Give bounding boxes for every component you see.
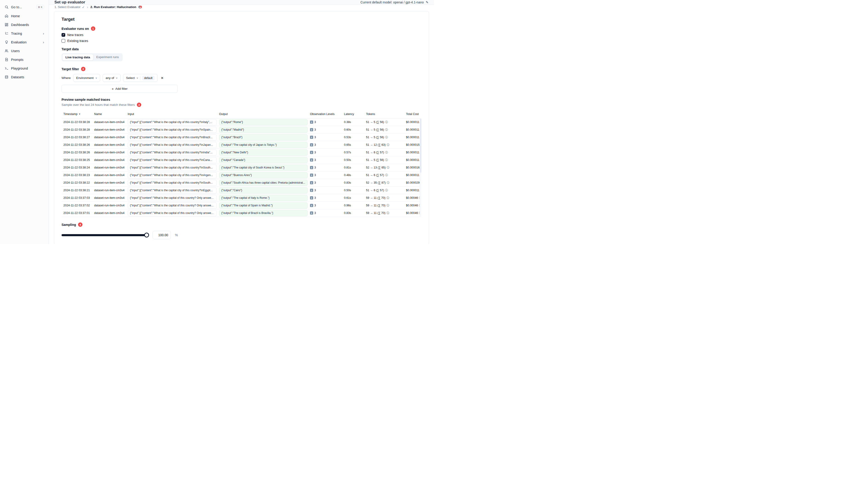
cell-observation-levels: 3 xyxy=(310,166,344,169)
cell-timestamp: 2024-11-22 03:37:03 xyxy=(62,196,94,199)
filter-field-select[interactable]: Environment ∨ xyxy=(73,74,100,82)
info-level-icon xyxy=(310,121,313,124)
target-heading: Target xyxy=(62,17,422,22)
sampling-slider[interactable] xyxy=(62,234,148,236)
filter-row: Where Environment ∨ any of ∨ Select ∨ de… xyxy=(62,74,422,82)
add-filter-button[interactable]: + Add filter xyxy=(62,85,178,93)
preview-table: Timestamp ▼ Name Input Output Observatio… xyxy=(62,110,422,217)
edit-icon[interactable]: ✎ xyxy=(426,0,429,4)
cell-observation-levels: 3 xyxy=(310,143,344,147)
cell-observation-levels: 3 xyxy=(310,151,344,154)
filter-value-chip: default xyxy=(142,76,155,80)
checkbox-checked-icon[interactable] xyxy=(62,33,65,37)
cell-latency: 0.81s xyxy=(344,166,366,169)
cell-output: {"output":"The capital of Italy is Rome.… xyxy=(219,195,308,201)
chevron-down-icon: ∨ xyxy=(136,77,138,79)
table-row[interactable]: 2024-11-22 03:38:27 dataset-run-item-cm3… xyxy=(62,134,422,141)
column-header-total-cost[interactable]: Total Cost xyxy=(406,112,422,116)
cell-tokens: 59 → 11 (∑ 70) ⓘ xyxy=(366,204,406,207)
breadcrumb-step-select-evaluator[interactable]: 1. Select Evaluator ✓ xyxy=(55,5,85,9)
goto-shortcut: ⌘ K xyxy=(36,5,44,9)
playground-icon xyxy=(5,66,8,70)
filter-operator-select[interactable]: any of ∨ xyxy=(103,74,121,82)
table-row[interactable]: 2024-11-22 03:38:24 dataset-run-item-cm3… xyxy=(62,164,422,171)
cell-output: {"output":"The capital of Spain is Madri… xyxy=(219,202,308,209)
cell-latency: 0.57s xyxy=(344,151,366,154)
cell-tokens: 51 → 5 (∑ 56) ⓘ xyxy=(366,135,406,139)
cell-name: dataset-run-item-cm3s4 xyxy=(94,189,128,192)
cell-latency: 0.48s xyxy=(344,173,366,177)
cell-input: {"input":[{"content":"What is the capita… xyxy=(128,195,217,201)
cell-latency: 0.50s xyxy=(344,158,366,162)
slider-thumb[interactable] xyxy=(144,233,149,237)
sidebar-item-dashboards[interactable]: Dashboards xyxy=(2,21,46,28)
tab-live-tracing-data[interactable]: Live tracing data xyxy=(62,54,93,61)
cell-tokens: 59 → 11 (∑ 70) ⓘ xyxy=(366,211,406,215)
sampling-value-input[interactable] xyxy=(153,231,171,239)
table-scrollbar[interactable] xyxy=(420,119,422,217)
checkbox-existing-traces[interactable]: Existing traces xyxy=(62,39,422,43)
tab-experiment-runs[interactable]: Experiment runs xyxy=(93,54,122,61)
sidebar-item-datasets[interactable]: Datasets xyxy=(2,73,46,80)
table-row[interactable]: 2024-11-22 03:38:23 dataset-run-item-cm3… xyxy=(62,171,422,179)
goto-search[interactable]: Go to... ⌘ K xyxy=(2,3,46,11)
cell-total-cost: $0.000011 ⓘ xyxy=(406,173,422,177)
info-icon: ⓘ xyxy=(385,120,388,124)
users-icon xyxy=(5,49,8,53)
info-icon: ⓘ xyxy=(385,135,388,139)
column-header-tokens[interactable]: Tokens xyxy=(366,112,406,116)
filter-value-select[interactable]: Select ∨ default xyxy=(123,74,157,82)
cell-name: dataset-run-item-cm3s4 xyxy=(94,158,128,162)
table-header-row: Timestamp ▼ Name Input Output Observatio… xyxy=(62,110,422,119)
column-header-latency[interactable]: Latency xyxy=(344,112,366,116)
default-model-label: Current default model: openai / gpt-4.1-… xyxy=(361,0,424,4)
column-header-observation-levels[interactable]: Observation Levels xyxy=(310,112,344,116)
info-level-icon xyxy=(310,189,313,192)
ragas-logo-icon xyxy=(138,5,143,9)
cell-input: {"input":[{"content":"What is the capita… xyxy=(128,142,217,148)
cell-name: dataset-run-item-cm3s4 xyxy=(94,151,128,154)
info-icon: ⓘ xyxy=(385,128,388,132)
dashboards-icon xyxy=(5,23,8,27)
sidebar-item-users[interactable]: Users xyxy=(2,47,46,55)
preview-title: Preview sample matched traces xyxy=(62,98,422,101)
sidebar-item-prompts[interactable]: Prompts xyxy=(2,56,46,63)
cell-timestamp: 2024-11-22 03:38:24 xyxy=(62,166,94,169)
info-icon: ⓘ xyxy=(387,166,390,170)
column-header-input[interactable]: Input xyxy=(128,112,219,116)
cell-name: dataset-run-item-cm3s4 xyxy=(94,136,128,139)
table-row[interactable]: 2024-11-22 03:37:01 dataset-run-item-cm3… xyxy=(62,209,422,217)
cell-input: {"input":[{"content":"What is the capita… xyxy=(128,134,217,140)
scrollbar-thumb[interactable] xyxy=(420,119,422,173)
breadcrumb-step-run-evaluator: 2. Run Evaluator: Hallucination xyxy=(91,5,143,9)
chevron-right-icon: › xyxy=(87,5,88,9)
info-icon: ⓘ xyxy=(386,211,389,215)
column-header-timestamp[interactable]: Timestamp ▼ xyxy=(62,112,94,116)
checkbox-new-traces[interactable]: New traces xyxy=(62,33,422,37)
info-level-icon xyxy=(310,128,313,131)
cell-tokens: 51 → 6 (∑ 57) ⓘ xyxy=(366,173,406,177)
cell-observation-levels: 3 xyxy=(310,196,344,199)
checkbox-unchecked-icon[interactable] xyxy=(62,39,65,43)
sidebar-item-evaluation[interactable]: Evaluation › xyxy=(2,39,46,46)
cell-tokens: 51 → 12 (∑ 63) ⓘ xyxy=(366,143,406,147)
table-row[interactable]: 2024-11-22 03:38:28 dataset-run-item-cm3… xyxy=(62,119,422,126)
table-row[interactable]: 2024-11-22 03:38:26 dataset-run-item-cm3… xyxy=(62,149,422,156)
sidebar-item-tracing[interactable]: Tracing › xyxy=(2,30,46,37)
column-header-output[interactable]: Output xyxy=(219,112,310,116)
table-row[interactable]: 2024-11-22 03:37:03 dataset-run-item-cm3… xyxy=(62,194,422,202)
table-row[interactable]: 2024-11-22 03:38:22 dataset-run-item-cm3… xyxy=(62,179,422,187)
column-header-name[interactable]: Name xyxy=(94,112,128,116)
plus-icon: + xyxy=(112,87,114,91)
sidebar-item-home[interactable]: Home xyxy=(2,12,46,20)
remove-filter-icon[interactable]: ✕ xyxy=(160,76,164,80)
cell-input: {"input":[{"content":"What is the capita… xyxy=(128,180,217,186)
table-row[interactable]: 2024-11-22 03:38:26 dataset-run-item-cm3… xyxy=(62,141,422,149)
cell-input: {"input":[{"content":"What is the capita… xyxy=(128,172,217,178)
table-row[interactable]: 2024-11-22 03:38:21 dataset-run-item-cm3… xyxy=(62,187,422,194)
table-row[interactable]: 2024-11-22 03:37:02 dataset-run-item-cm3… xyxy=(62,202,422,209)
cell-timestamp: 2024-11-22 03:38:28 xyxy=(62,121,94,124)
sidebar-item-playground[interactable]: Playground xyxy=(2,65,46,72)
table-row[interactable]: 2024-11-22 03:38:28 dataset-run-item-cm3… xyxy=(62,126,422,134)
table-row[interactable]: 2024-11-22 03:38:25 dataset-run-item-cm3… xyxy=(62,156,422,164)
